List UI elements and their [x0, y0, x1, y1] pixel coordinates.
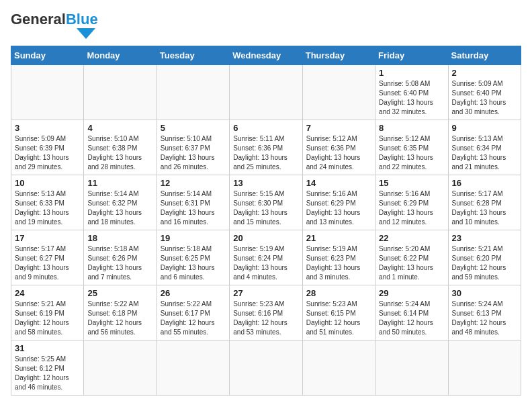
day-number: 23: [452, 233, 517, 243]
calendar-week-row: 17Sunrise: 5:17 AM Sunset: 6:27 PM Dayli…: [11, 230, 521, 285]
day-info: Sunrise: 5:24 AM Sunset: 6:13 PM Dayligh…: [452, 300, 517, 337]
weekday-header-sunday: Sunday: [11, 46, 84, 65]
day-number: 14: [306, 178, 371, 188]
day-info: Sunrise: 5:09 AM Sunset: 6:40 PM Dayligh…: [452, 79, 517, 117]
weekday-header-monday: Monday: [84, 46, 157, 65]
calendar-day-cell: 8Sunrise: 5:12 AM Sunset: 6:35 PM Daylig…: [375, 120, 448, 175]
calendar-day-cell: [157, 65, 229, 120]
calendar-day-cell: [157, 340, 229, 396]
day-info: Sunrise: 5:12 AM Sunset: 6:36 PM Dayligh…: [306, 134, 371, 172]
calendar-day-cell: 17Sunrise: 5:17 AM Sunset: 6:27 PM Dayli…: [11, 230, 84, 285]
calendar-day-cell: 9Sunrise: 5:13 AM Sunset: 6:34 PM Daylig…: [448, 120, 521, 175]
calendar-day-cell: [230, 65, 302, 120]
calendar-day-cell: [302, 65, 375, 120]
calendar-day-cell: [230, 340, 302, 396]
day-number: 11: [87, 178, 152, 188]
calendar-day-cell: 18Sunrise: 5:18 AM Sunset: 6:26 PM Dayli…: [84, 230, 157, 285]
day-info: Sunrise: 5:13 AM Sunset: 6:33 PM Dayligh…: [15, 189, 80, 227]
day-number: 25: [87, 288, 152, 298]
day-info: Sunrise: 5:13 AM Sunset: 6:34 PM Dayligh…: [452, 134, 517, 172]
day-info: Sunrise: 5:21 AM Sunset: 6:20 PM Dayligh…: [452, 244, 517, 282]
calendar-day-cell: [84, 340, 157, 396]
calendar-day-cell: 11Sunrise: 5:14 AM Sunset: 6:32 PM Dayli…: [84, 175, 157, 230]
day-info: Sunrise: 5:22 AM Sunset: 6:17 PM Dayligh…: [161, 300, 226, 337]
calendar-day-cell: [375, 340, 448, 396]
logo-triangle-icon: [77, 28, 95, 39]
day-number: 18: [87, 233, 152, 243]
day-info: Sunrise: 5:10 AM Sunset: 6:38 PM Dayligh…: [87, 134, 152, 172]
calendar-day-cell: 15Sunrise: 5:16 AM Sunset: 6:29 PM Dayli…: [375, 175, 448, 230]
day-number: 12: [161, 178, 226, 188]
calendar-day-cell: 21Sunrise: 5:19 AM Sunset: 6:23 PM Dayli…: [302, 230, 375, 285]
day-info: Sunrise: 5:19 AM Sunset: 6:24 PM Dayligh…: [233, 244, 298, 282]
day-number: 21: [306, 233, 371, 243]
day-number: 2: [452, 68, 517, 78]
calendar-day-cell: 7Sunrise: 5:12 AM Sunset: 6:36 PM Daylig…: [302, 120, 375, 175]
calendar-day-cell: 16Sunrise: 5:17 AM Sunset: 6:28 PM Dayli…: [448, 175, 521, 230]
calendar-day-cell: 29Sunrise: 5:24 AM Sunset: 6:14 PM Dayli…: [375, 285, 448, 340]
day-number: 26: [161, 288, 226, 298]
day-number: 15: [379, 178, 444, 188]
weekday-header-wednesday: Wednesday: [230, 46, 302, 65]
calendar-day-cell: [84, 65, 157, 120]
calendar-day-cell: 30Sunrise: 5:24 AM Sunset: 6:13 PM Dayli…: [448, 285, 521, 340]
day-number: 27: [233, 288, 298, 298]
day-number: 17: [15, 233, 80, 243]
calendar-day-cell: 20Sunrise: 5:19 AM Sunset: 6:24 PM Dayli…: [230, 230, 302, 285]
calendar-table: SundayMondayTuesdayWednesdayThursdayFrid…: [11, 46, 521, 396]
weekday-header-saturday: Saturday: [448, 46, 521, 65]
calendar-week-row: 1Sunrise: 5:08 AM Sunset: 6:40 PM Daylig…: [11, 65, 521, 120]
logo-general: General: [11, 11, 66, 28]
day-info: Sunrise: 5:19 AM Sunset: 6:23 PM Dayligh…: [306, 244, 371, 282]
day-info: Sunrise: 5:09 AM Sunset: 6:39 PM Dayligh…: [15, 134, 80, 172]
calendar-day-cell: 2Sunrise: 5:09 AM Sunset: 6:40 PM Daylig…: [448, 65, 521, 120]
day-info: Sunrise: 5:14 AM Sunset: 6:32 PM Dayligh…: [87, 189, 152, 227]
day-number: 24: [15, 288, 80, 298]
calendar-day-cell: 22Sunrise: 5:20 AM Sunset: 6:22 PM Dayli…: [375, 230, 448, 285]
calendar-day-cell: 23Sunrise: 5:21 AM Sunset: 6:20 PM Dayli…: [448, 230, 521, 285]
day-info: Sunrise: 5:22 AM Sunset: 6:18 PM Dayligh…: [87, 300, 152, 337]
day-info: Sunrise: 5:16 AM Sunset: 6:29 PM Dayligh…: [379, 189, 444, 227]
day-number: 9: [452, 123, 517, 133]
calendar-day-cell: 25Sunrise: 5:22 AM Sunset: 6:18 PM Dayli…: [84, 285, 157, 340]
day-info: Sunrise: 5:15 AM Sunset: 6:30 PM Dayligh…: [233, 189, 298, 227]
day-info: Sunrise: 5:16 AM Sunset: 6:29 PM Dayligh…: [306, 189, 371, 227]
day-number: 1: [379, 68, 444, 78]
page-header: General Blue: [11, 11, 521, 39]
day-info: Sunrise: 5:20 AM Sunset: 6:22 PM Dayligh…: [379, 244, 444, 282]
day-number: 28: [306, 288, 371, 298]
logo-blue: Blue: [66, 11, 98, 28]
calendar-week-row: 31Sunrise: 5:25 AM Sunset: 6:12 PM Dayli…: [11, 340, 521, 396]
weekday-header-thursday: Thursday: [302, 46, 375, 65]
calendar-day-cell: 6Sunrise: 5:11 AM Sunset: 6:36 PM Daylig…: [230, 120, 302, 175]
calendar-day-cell: 26Sunrise: 5:22 AM Sunset: 6:17 PM Dayli…: [157, 285, 229, 340]
calendar-day-cell: 14Sunrise: 5:16 AM Sunset: 6:29 PM Dayli…: [302, 175, 375, 230]
calendar-day-cell: [11, 65, 84, 120]
day-number: 13: [233, 178, 298, 188]
logo: General Blue: [11, 11, 98, 39]
day-info: Sunrise: 5:11 AM Sunset: 6:36 PM Dayligh…: [233, 134, 298, 172]
calendar-day-cell: 24Sunrise: 5:21 AM Sunset: 6:19 PM Dayli…: [11, 285, 84, 340]
calendar-day-cell: 10Sunrise: 5:13 AM Sunset: 6:33 PM Dayli…: [11, 175, 84, 230]
calendar-week-row: 3Sunrise: 5:09 AM Sunset: 6:39 PM Daylig…: [11, 120, 521, 175]
day-number: 4: [87, 123, 152, 133]
day-number: 19: [161, 233, 226, 243]
day-number: 5: [161, 123, 226, 133]
day-number: 31: [15, 343, 80, 353]
calendar-week-row: 24Sunrise: 5:21 AM Sunset: 6:19 PM Dayli…: [11, 285, 521, 340]
day-number: 8: [379, 123, 444, 133]
day-number: 6: [233, 123, 298, 133]
day-info: Sunrise: 5:23 AM Sunset: 6:16 PM Dayligh…: [233, 300, 298, 337]
calendar-day-cell: 12Sunrise: 5:14 AM Sunset: 6:31 PM Dayli…: [157, 175, 229, 230]
calendar-day-cell: 5Sunrise: 5:10 AM Sunset: 6:37 PM Daylig…: [157, 120, 229, 175]
day-info: Sunrise: 5:10 AM Sunset: 6:37 PM Dayligh…: [161, 134, 226, 172]
day-number: 7: [306, 123, 371, 133]
svg-marker-0: [77, 28, 95, 39]
day-info: Sunrise: 5:21 AM Sunset: 6:19 PM Dayligh…: [15, 300, 80, 337]
calendar-header: SundayMondayTuesdayWednesdayThursdayFrid…: [11, 46, 521, 65]
day-info: Sunrise: 5:25 AM Sunset: 6:12 PM Dayligh…: [15, 355, 80, 392]
calendar-day-cell: 3Sunrise: 5:09 AM Sunset: 6:39 PM Daylig…: [11, 120, 84, 175]
day-info: Sunrise: 5:24 AM Sunset: 6:14 PM Dayligh…: [379, 300, 444, 337]
calendar-day-cell: 1Sunrise: 5:08 AM Sunset: 6:40 PM Daylig…: [375, 65, 448, 120]
calendar-day-cell: 13Sunrise: 5:15 AM Sunset: 6:30 PM Dayli…: [230, 175, 302, 230]
